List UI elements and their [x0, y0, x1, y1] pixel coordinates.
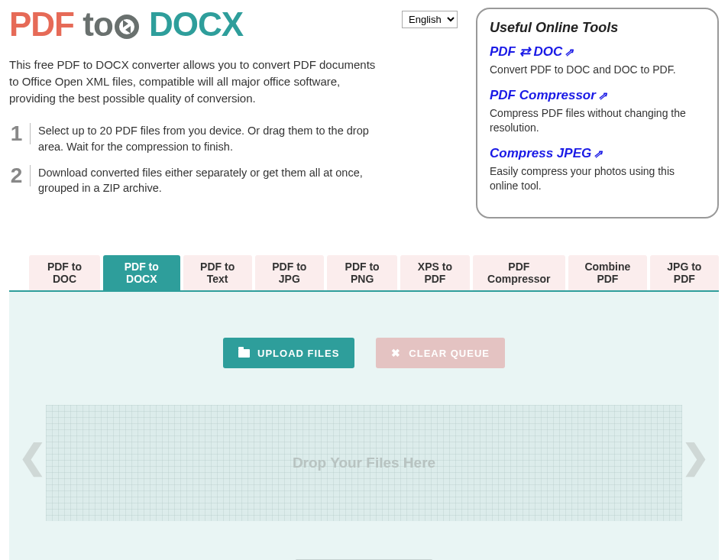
step-item: 2 Download converted files either separa… [9, 165, 387, 196]
carousel-next-icon[interactable]: ❯ [681, 436, 710, 475]
external-link-icon: ⇗ [598, 89, 607, 102]
tool-pdf-compressor: PDF Compressor⇗ Compress PDF files witho… [490, 88, 705, 135]
tool-link-pdf-doc[interactable]: PDF ⇄ DOC⇗ [490, 44, 574, 59]
tool-desc: Easily compress your photos using this o… [490, 164, 705, 193]
clear-queue-button[interactable]: ✖ CLEAR QUEUE [376, 338, 505, 368]
tab-pdf-to-png[interactable]: PDF to PNG [327, 255, 397, 290]
tool-desc: Compress PDF files without changing the … [490, 106, 705, 135]
close-icon: ✖ [391, 347, 401, 359]
step-item: 1 Select up to 20 PDF files from you dev… [9, 123, 387, 154]
language-select[interactable]: English [402, 11, 458, 28]
upload-files-button[interactable]: UPLOAD FILES [223, 338, 354, 368]
tab-jpg-to-pdf[interactable]: JPG to PDF [650, 255, 719, 290]
instruction-steps: 1 Select up to 20 PDF files from you dev… [9, 123, 387, 196]
logo-part-pdf: PDF [9, 5, 74, 43]
step-number: 2 [9, 165, 31, 186]
language-selector-wrap: English [402, 8, 458, 28]
dropzone-text: Drop Your Files Here [293, 455, 435, 471]
useful-tools-sidebar: Useful Online Tools PDF ⇄ DOC⇗ Convert P… [476, 8, 719, 218]
tab-xps-to-pdf[interactable]: XPS to PDF [400, 255, 469, 290]
external-link-icon: ⇗ [565, 46, 574, 58]
swap-icon [115, 15, 139, 39]
tab-pdf-to-jpg[interactable]: PDF to JPG [255, 255, 324, 290]
site-logo: PDF to DOCX [9, 8, 387, 41]
step-number: 1 [9, 123, 31, 144]
tab-pdf-to-text[interactable]: PDF to Text [183, 255, 252, 290]
sidebar-title: Useful Online Tools [490, 20, 705, 36]
tool-link-compress-jpeg[interactable]: Compress JPEG⇗ [490, 146, 603, 160]
tabs-bar: PDF to DOC PDF to DOCX PDF to Text PDF t… [9, 255, 719, 292]
tab-pdf-compressor[interactable]: PDF Compressor [473, 255, 566, 290]
step-text: Download converted files either separate… [38, 165, 387, 196]
tab-pdf-to-doc[interactable]: PDF to DOC [29, 255, 100, 290]
page-description: This free PDF to DOCX converter allows y… [9, 57, 387, 106]
tool-link-pdf-compressor[interactable]: PDF Compressor⇗ [490, 88, 607, 102]
workarea: UPLOAD FILES ✖ CLEAR QUEUE ❮ Drop Your F… [9, 292, 719, 560]
external-link-icon: ⇗ [594, 147, 603, 160]
action-buttons-row: UPLOAD FILES ✖ CLEAR QUEUE [20, 338, 708, 368]
tool-compress-jpeg: Compress JPEG⇗ Easily compress your phot… [490, 146, 705, 193]
tab-pdf-to-docx[interactable]: PDF to DOCX [103, 255, 180, 290]
logo-part-docx: DOCX [149, 5, 243, 43]
folder-icon [238, 349, 250, 358]
step-text: Select up to 20 PDF files from you devic… [38, 123, 387, 154]
file-dropzone[interactable]: Drop Your Files Here [46, 405, 682, 521]
tab-combine-pdf[interactable]: Combine PDF [568, 255, 647, 290]
tool-desc: Convert PDF to DOC and DOC to PDF. [490, 63, 705, 77]
logo-part-to: to [83, 5, 141, 43]
carousel-prev-icon[interactable]: ❮ [18, 436, 47, 475]
tool-pdf-doc: PDF ⇄ DOC⇗ Convert PDF to DOC and DOC to… [490, 44, 705, 77]
